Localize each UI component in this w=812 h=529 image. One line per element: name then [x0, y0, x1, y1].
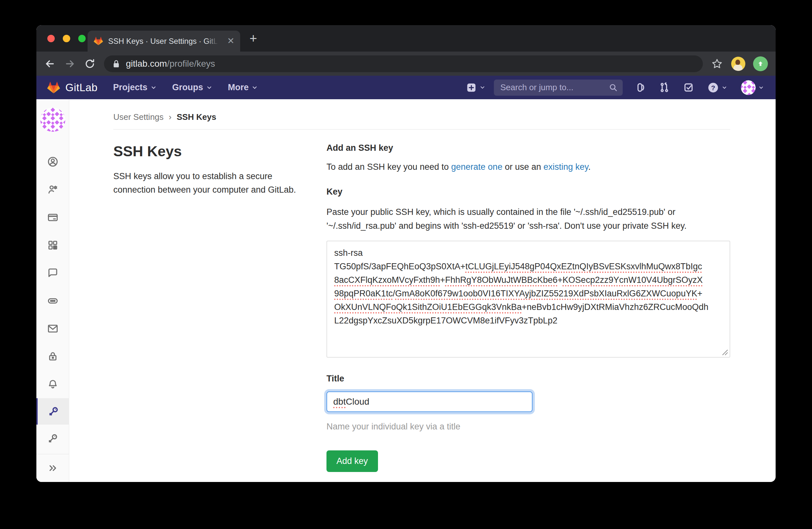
collapse-sidebar-button[interactable]: [37, 454, 69, 482]
navbar-menu: Projects Groups More: [113, 83, 258, 92]
gitlab-tanuki-icon: [47, 81, 60, 94]
svg-text:?: ?: [711, 84, 715, 91]
key-label: Key: [327, 187, 730, 197]
back-icon[interactable]: [44, 58, 56, 70]
navbar-icons: ?: [635, 80, 764, 95]
chevron-down-icon: [758, 85, 764, 90]
add-ssh-key-form: Add an SSH key To add an SSH key you nee…: [327, 143, 730, 482]
browser-profile-avatar[interactable]: [731, 57, 745, 71]
lock-icon: [47, 351, 59, 362]
page-title: SSH Keys: [113, 143, 306, 160]
plus-square-icon: [466, 82, 477, 93]
title-input[interactable]: dbt Cloud: [327, 391, 533, 412]
sidebar-item-profile[interactable]: [37, 148, 69, 175]
forward-icon[interactable]: [64, 58, 76, 70]
bell-icon: [47, 378, 59, 390]
sidebar-item-access-tokens[interactable]: [37, 287, 69, 314]
title-help-text: Name your individual key via a title: [327, 422, 730, 432]
help-menu[interactable]: ?: [707, 82, 727, 94]
browser-update-button[interactable]: [753, 56, 768, 71]
form-section-title: Add an SSH key: [327, 143, 730, 153]
sidebar-item-notifications[interactable]: [37, 370, 69, 398]
menu-more[interactable]: More: [228, 83, 258, 92]
window-controls: [47, 35, 86, 42]
search-icon: [609, 83, 618, 92]
tab-close-icon[interactable]: ✕: [227, 37, 234, 45]
sidebar-item-account[interactable]: [37, 175, 69, 203]
sidebar-item-ssh-keys[interactable]: [37, 398, 69, 425]
user-circle-icon: [47, 156, 59, 168]
up-arrow-icon: [757, 60, 764, 67]
gitlab-logo[interactable]: GitLab: [47, 81, 98, 94]
credit-card-icon: [47, 212, 59, 223]
maximize-window-button[interactable]: [78, 35, 86, 42]
grid-icon: [47, 239, 59, 251]
menu-groups[interactable]: Groups: [172, 83, 213, 92]
key-icon: [47, 433, 59, 444]
user-avatar: [741, 80, 756, 95]
chevron-down-icon: [150, 84, 157, 91]
sidebar-item-password[interactable]: [37, 342, 69, 370]
title-label: Title: [327, 374, 730, 384]
issues-icon[interactable]: [635, 82, 646, 93]
sidebar-item-emails[interactable]: [37, 315, 69, 342]
form-intro: To add an SSH key you need to generate o…: [327, 162, 730, 172]
breadcrumb: User Settings › SSH Keys: [113, 99, 730, 122]
https-lock-icon: [112, 59, 120, 68]
chevron-down-icon: [479, 84, 485, 90]
merge-request-icon[interactable]: [659, 82, 670, 93]
ssh-key-textarea[interactable]: ssh-rsaTG50pfS/3apFEQhEoQ3pS0XtA+tCLUGjL…: [327, 241, 730, 358]
resize-handle-icon[interactable]: [721, 348, 728, 356]
user-gear-icon: [47, 184, 59, 195]
new-menu[interactable]: [466, 82, 485, 93]
chevron-down-icon: [251, 84, 258, 91]
gitlab-navbar: GitLab Projects Groups More: [37, 76, 775, 99]
sidebar-item-chat[interactable]: [37, 259, 69, 287]
double-chevron-right-icon: [47, 463, 58, 474]
search-input[interactable]: [501, 83, 609, 92]
close-window-button[interactable]: [47, 35, 55, 42]
sidebar-item-applications[interactable]: [37, 231, 69, 259]
existing-key-link[interactable]: existing key: [543, 162, 588, 172]
token-pill-icon: [47, 295, 59, 307]
url-bar[interactable]: gitlab.com/profile/keys: [104, 55, 703, 72]
new-tab-button[interactable]: +: [249, 35, 257, 42]
settings-sidebar: [37, 99, 69, 482]
chevron-down-icon: [206, 84, 213, 91]
global-search[interactable]: [494, 80, 623, 96]
envelope-icon: [47, 323, 59, 334]
key-icon: [48, 405, 59, 417]
gitlab-favicon-icon: [93, 37, 103, 46]
help-question-icon: ?: [707, 82, 719, 94]
browser-tab[interactable]: SSH Keys · User Settings · GitL ✕: [88, 31, 240, 52]
add-key-button[interactable]: Add key: [327, 451, 378, 472]
generate-one-link[interactable]: generate one: [451, 162, 502, 172]
tab-title-fade: [207, 31, 223, 52]
url-host: gitlab.com: [126, 59, 167, 69]
sidebar-item-gpg-keys[interactable]: [37, 425, 69, 452]
section-info: SSH Keys SSH keys allow you to establish…: [113, 143, 306, 482]
browser-toolbar: gitlab.com/profile/keys: [37, 52, 775, 76]
profile-avatar: [40, 108, 66, 132]
breadcrumb-current: SSH Keys: [177, 112, 216, 122]
reload-icon[interactable]: [84, 58, 96, 70]
breadcrumb-parent[interactable]: User Settings: [113, 112, 163, 122]
minimize-window-button[interactable]: [63, 35, 70, 42]
comment-icon: [47, 267, 59, 279]
chevron-down-icon: [722, 85, 727, 90]
main-content: User Settings › SSH Keys SSH Keys SSH ke…: [69, 99, 775, 482]
breadcrumb-separator: ›: [169, 112, 172, 122]
menu-projects[interactable]: Projects: [113, 83, 157, 92]
browser-tabstrip: SSH Keys · User Settings · GitL ✕ +: [37, 25, 775, 52]
todos-icon[interactable]: [683, 82, 694, 93]
user-menu[interactable]: [741, 80, 764, 95]
key-help-text: Paste your public SSH key, which is usua…: [327, 205, 730, 233]
sidebar-item-billing[interactable]: [37, 203, 69, 231]
browser-window: SSH Keys · User Settings · GitL ✕ + gitl…: [37, 25, 775, 482]
url-path: /profile/keys: [167, 59, 215, 69]
page-description: SSH keys allow you to establish a secure…: [113, 170, 306, 197]
bookmark-star-icon[interactable]: [711, 58, 723, 70]
gitlab-wordmark: GitLab: [66, 82, 98, 94]
